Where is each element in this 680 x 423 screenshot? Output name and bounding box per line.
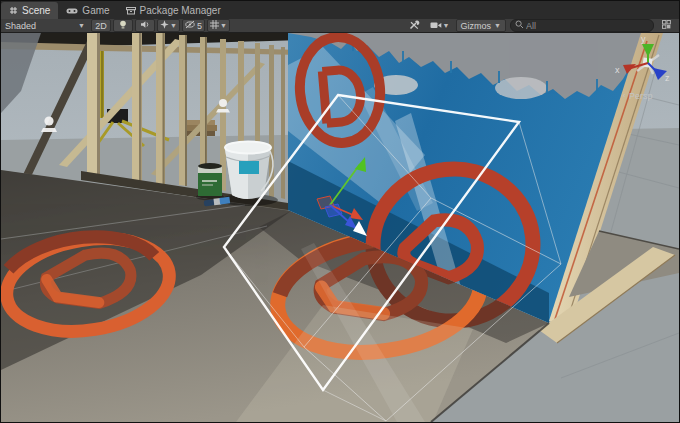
camera-icon [430, 21, 442, 31]
tab-package-manager[interactable]: Package Manager [118, 2, 229, 19]
axis-y-label: y [641, 34, 646, 44]
search-icon [515, 20, 524, 31]
tab-strip: Scene Game Package Manager [1, 1, 679, 19]
toolbar-right-group: ▼ Gizmos ▼ [403, 19, 679, 32]
shading-mode-label: Shaded [5, 21, 36, 31]
axis-x-label: x [615, 65, 620, 75]
unity-editor-window: Scene Game Package Manager Shaded ▼ 2D [0, 0, 680, 423]
projection-mode-label: Persp [629, 91, 653, 101]
scene-visibility-button[interactable]: 5 [182, 19, 205, 32]
chevron-down-icon: ▼ [494, 22, 501, 29]
component-tools-button[interactable] [405, 19, 425, 32]
lighting-toggle-button[interactable] [113, 19, 133, 32]
overlays-button[interactable] [656, 19, 676, 32]
toolbar-left-group: Shaded ▼ 2D ▼ [1, 19, 230, 32]
tab-game-label: Game [82, 5, 109, 16]
scene-toolbar: Shaded ▼ 2D ▼ [1, 19, 679, 33]
tab-game[interactable]: Game [58, 2, 117, 19]
tab-package-manager-label: Package Manager [140, 5, 221, 16]
gizmos-label: Gizmos [461, 21, 492, 31]
tab-scene-label: Scene [22, 5, 50, 16]
tab-scene[interactable]: Scene [1, 2, 58, 19]
chevron-down-icon: ▼ [170, 22, 177, 29]
gizmos-dropdown-button[interactable]: Gizmos ▼ [456, 19, 506, 32]
package-icon [126, 6, 136, 15]
speaker-icon [140, 20, 150, 31]
search-input[interactable] [526, 21, 649, 31]
wrench-icon [409, 20, 420, 32]
effects-dropdown-button[interactable]: ▼ [157, 19, 180, 32]
eye-slash-icon [185, 20, 196, 31]
chevron-down-icon: ▼ [443, 22, 450, 29]
scene-viewport[interactable]: y x z ‹ Persp [1, 33, 679, 422]
scene-grid-icon [9, 6, 18, 15]
scene-search-field[interactable] [510, 19, 654, 32]
grid-icon [210, 20, 219, 31]
shading-mode-dropdown[interactable]: Shaded ▼ [1, 20, 89, 31]
gamepad-icon [66, 6, 78, 15]
effects-star-icon [160, 20, 169, 31]
chevron-down-icon: ▼ [220, 22, 227, 29]
grid-visibility-dropdown-button[interactable]: ▼ [207, 19, 230, 32]
paint-can-green[interactable] [196, 163, 224, 201]
hidden-count-label: 5 [197, 21, 202, 31]
lightbulb-icon [119, 20, 127, 32]
camera-settings-dropdown[interactable]: ▼ [427, 19, 453, 32]
overlays-grid-icon [662, 20, 671, 31]
2d-toggle-label: 2D [95, 21, 107, 31]
axis-z-label: z [665, 73, 670, 83]
chevron-down-icon: ▼ [78, 22, 85, 29]
2d-toggle-button[interactable]: 2D [91, 19, 111, 32]
audio-toggle-button[interactable] [135, 19, 155, 32]
